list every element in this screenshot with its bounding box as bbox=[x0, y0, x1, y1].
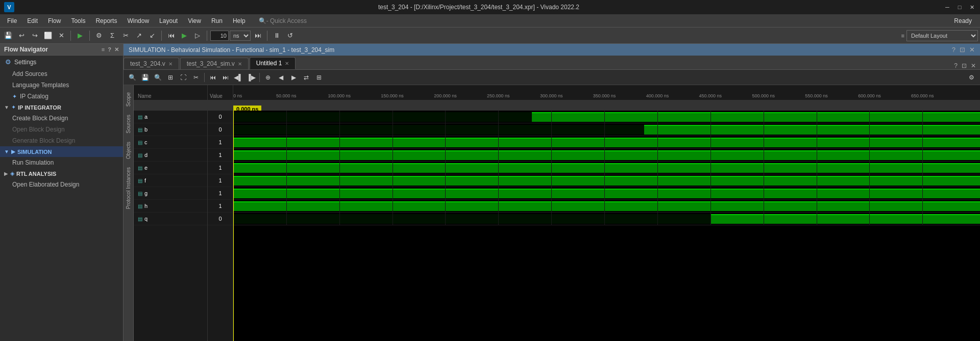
sim-time-input[interactable] bbox=[210, 31, 229, 41]
tab-test3204simv[interactable]: test_3_204_sim.v ✕ bbox=[180, 58, 249, 69]
wave-prev-btn[interactable]: ◀ bbox=[275, 72, 286, 83]
tab-close-2[interactable]: ✕ bbox=[285, 61, 289, 66]
open-elaborated-item[interactable]: Open Elaborated Design bbox=[0, 179, 123, 190]
menu-edit[interactable]: Edit bbox=[22, 16, 43, 25]
menu-flow[interactable]: Flow bbox=[43, 16, 66, 25]
tb-redo-btn[interactable]: ↪ bbox=[29, 30, 41, 42]
vtab-sources[interactable]: Sources bbox=[124, 112, 133, 137]
menu-run[interactable]: Run bbox=[206, 16, 228, 25]
close-button[interactable]: ✕ bbox=[968, 3, 976, 11]
tb-jump-start-btn[interactable]: ⏮ bbox=[165, 30, 177, 42]
maximize-button[interactable]: □ bbox=[955, 3, 964, 11]
menu-layout[interactable]: Layout bbox=[154, 16, 183, 25]
wave-row-q[interactable] bbox=[233, 213, 980, 225]
tb-undo-btn[interactable]: ↩ bbox=[15, 30, 28, 42]
wave-prev-edge-btn[interactable]: ◀▌ bbox=[233, 72, 244, 83]
vtab-scope[interactable]: Scope bbox=[124, 89, 133, 110]
wave-marker-btn[interactable]: ⊕ bbox=[262, 72, 274, 83]
wave-swap-btn[interactable]: ⇄ bbox=[301, 72, 312, 83]
menu-file[interactable]: File bbox=[2, 16, 22, 25]
wave-scissors-btn[interactable]: ✂ bbox=[190, 72, 202, 83]
quick-access-input[interactable]: 🔍- Quick Access bbox=[259, 17, 307, 24]
generate-block-design-item[interactable]: Generate Block Design bbox=[0, 135, 123, 146]
wave-row-h[interactable] bbox=[233, 200, 980, 213]
settings-item[interactable]: ⚙ Settings bbox=[0, 56, 123, 68]
sim-header-float[interactable]: ⊡ bbox=[960, 46, 965, 54]
sim-time-unit-select[interactable]: ns ps us ms bbox=[230, 31, 251, 41]
wave-row-g[interactable] bbox=[233, 187, 980, 200]
ip-catalog-item[interactable]: ✦ IP Catalog bbox=[0, 91, 123, 102]
grid-line bbox=[551, 200, 552, 212]
wave-row-e[interactable] bbox=[233, 162, 980, 174]
create-block-design-item[interactable]: Create Block Design bbox=[0, 113, 123, 124]
flow-nav-icon-help[interactable]: ? bbox=[108, 46, 111, 53]
tb-sigma-btn[interactable]: Σ bbox=[106, 30, 118, 42]
tb-save-btn[interactable]: 💾 bbox=[2, 30, 14, 42]
tab-test3204v[interactable]: test_3_204.v ✕ bbox=[124, 58, 179, 69]
tabs-bar: test_3_204.v ✕ test_3_204_sim.v ✕ Untitl… bbox=[124, 56, 980, 70]
menu-window[interactable]: Window bbox=[122, 16, 154, 25]
open-block-design-item[interactable]: Open Block Design bbox=[0, 124, 123, 135]
tb-play-btn[interactable]: ▶ bbox=[178, 30, 190, 42]
tab-close-1[interactable]: ✕ bbox=[238, 61, 242, 67]
tb-play-step-btn[interactable]: ▷ bbox=[191, 30, 204, 42]
wave-save-btn[interactable]: 💾 bbox=[139, 72, 151, 83]
language-templates-item[interactable]: Language Templates bbox=[0, 80, 123, 91]
vtab-protocol[interactable]: Protocol Instances bbox=[124, 164, 133, 212]
flow-nav-icon-pins[interactable]: ≡ bbox=[102, 46, 105, 53]
cursor-line bbox=[233, 111, 234, 341]
grid-line bbox=[710, 200, 711, 212]
ip-integrator-section[interactable]: ▼ ✦ IP INTEGRATOR bbox=[0, 102, 123, 113]
grid-line bbox=[922, 213, 923, 225]
menu-view[interactable]: View bbox=[183, 16, 206, 25]
tb-edit3-btn[interactable]: ↗ bbox=[133, 30, 145, 42]
tab-untitled1[interactable]: Untitled 1 ✕ bbox=[250, 57, 296, 69]
tb-run-btn[interactable]: ▶ bbox=[74, 30, 86, 42]
wave-row-b[interactable] bbox=[233, 123, 980, 136]
signal-icon-c: ▤ bbox=[138, 140, 142, 145]
tb-edit2-btn[interactable]: ✂ bbox=[119, 30, 132, 42]
wave-row-c[interactable] bbox=[233, 136, 980, 149]
wave-next-edge-btn[interactable]: ▐▶ bbox=[246, 72, 257, 83]
wave-cursor-start-btn[interactable]: ⏮ bbox=[207, 72, 218, 83]
rtl-analysis-arrow: ▶ bbox=[4, 171, 8, 176]
tab-area-help[interactable]: ? bbox=[954, 62, 958, 69]
tb-edit4-btn[interactable]: ↙ bbox=[146, 30, 158, 42]
layout-select[interactable]: Default Layout bbox=[906, 30, 978, 41]
tb-prog-btn[interactable]: ⚙ bbox=[93, 30, 105, 42]
menu-help[interactable]: Help bbox=[228, 16, 251, 25]
wave-linked-btn[interactable]: ⊞ bbox=[313, 72, 325, 83]
wave-next-btn[interactable]: ▶ bbox=[288, 72, 299, 83]
tab-close-0[interactable]: ✕ bbox=[168, 61, 173, 67]
tab-area-close[interactable]: ✕ bbox=[971, 62, 976, 69]
wave-segment bbox=[233, 201, 980, 211]
add-sources-item[interactable]: Add Sources bbox=[0, 68, 123, 80]
run-simulation-item[interactable]: Run Simulation bbox=[0, 157, 123, 168]
wave-zoom-fit-btn[interactable]: ⊞ bbox=[165, 72, 176, 83]
simulation-section[interactable]: ▼ ▶ SIMULATION bbox=[0, 146, 123, 157]
flow-navigator-panel: Flow Navigator ≡ ? ✕ ⚙ Settings Add Sour… bbox=[0, 44, 124, 341]
wave-row-f[interactable] bbox=[233, 174, 980, 187]
menu-tools[interactable]: Tools bbox=[66, 16, 90, 25]
sim-header-close[interactable]: ✕ bbox=[969, 46, 975, 54]
wave-zoom-out-btn[interactable]: 🔍 bbox=[152, 72, 163, 83]
wave-zoom-in-btn[interactable]: 🔍 bbox=[127, 72, 138, 83]
wave-settings-btn[interactable]: ⚙ bbox=[966, 72, 977, 83]
tb-refresh-btn[interactable]: ↺ bbox=[284, 30, 296, 42]
wave-row-a[interactable] bbox=[233, 111, 980, 123]
tab-area-float[interactable]: ⊡ bbox=[962, 62, 967, 69]
wave-expand-btn[interactable]: ⛶ bbox=[178, 72, 189, 83]
vtab-objects[interactable]: Objects bbox=[124, 139, 133, 162]
wave-cursor-end-btn[interactable]: ⏭ bbox=[220, 72, 231, 83]
sim-header-help[interactable]: ? bbox=[952, 46, 955, 54]
tb-close-btn[interactable]: ✕ bbox=[55, 30, 67, 42]
menu-reports[interactable]: Reports bbox=[90, 16, 122, 25]
tb-pause-btn[interactable]: ⏸ bbox=[271, 30, 283, 42]
rtl-analysis-section[interactable]: ▶ ◈ RTL ANALYSIS bbox=[0, 168, 123, 179]
minimize-button[interactable]: ─ bbox=[943, 3, 951, 11]
wave-row-d[interactable] bbox=[233, 149, 980, 162]
tb-jump-end-btn[interactable]: ⏭ bbox=[252, 30, 264, 42]
grid-line bbox=[604, 111, 605, 123]
tb-cut-btn[interactable]: ⬜ bbox=[42, 30, 54, 42]
flow-nav-icon-close[interactable]: ✕ bbox=[114, 46, 119, 53]
